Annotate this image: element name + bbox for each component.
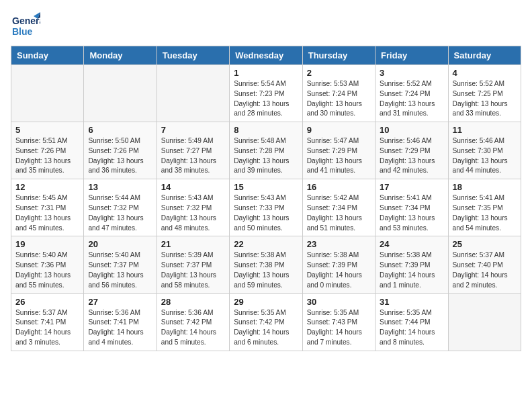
logo: General Blue: [11, 11, 40, 40]
table-row: [157, 65, 229, 122]
table-row: [84, 65, 157, 122]
day-detail: Sunrise: 5:36 AM Sunset: 7:42 PM Dayligh…: [161, 308, 225, 348]
day-detail: Sunrise: 5:38 AM Sunset: 7:39 PM Dayligh…: [307, 250, 371, 290]
day-detail: Sunrise: 5:35 AM Sunset: 7:44 PM Dayligh…: [380, 308, 443, 348]
day-number: 31: [380, 297, 443, 307]
day-detail: Sunrise: 5:39 AM Sunset: 7:37 PM Dayligh…: [161, 250, 225, 290]
day-detail: Sunrise: 5:38 AM Sunset: 7:38 PM Dayligh…: [234, 250, 298, 290]
day-detail: Sunrise: 5:40 AM Sunset: 7:36 PM Dayligh…: [15, 250, 79, 290]
table-row: 15Sunrise: 5:43 AM Sunset: 7:33 PM Dayli…: [230, 179, 302, 236]
day-number: 14: [161, 182, 225, 192]
calendar-body: 1Sunrise: 5:54 AM Sunset: 7:23 PM Daylig…: [11, 65, 521, 351]
day-number: 12: [15, 182, 79, 192]
table-row: 28Sunrise: 5:36 AM Sunset: 7:42 PM Dayli…: [157, 293, 229, 351]
table-row: 25Sunrise: 5:37 AM Sunset: 7:40 PM Dayli…: [448, 236, 521, 293]
table-row: 4Sunrise: 5:52 AM Sunset: 7:25 PM Daylig…: [448, 65, 521, 122]
table-row: 29Sunrise: 5:35 AM Sunset: 7:42 PM Dayli…: [230, 293, 302, 351]
table-row: 10Sunrise: 5:46 AM Sunset: 7:29 PM Dayli…: [375, 122, 448, 179]
table-row: 30Sunrise: 5:35 AM Sunset: 7:43 PM Dayli…: [302, 293, 375, 351]
table-row: 23Sunrise: 5:38 AM Sunset: 7:39 PM Dayli…: [302, 236, 375, 293]
calendar-week-1: 1Sunrise: 5:54 AM Sunset: 7:23 PM Daylig…: [11, 65, 521, 122]
day-number: 17: [380, 182, 443, 192]
day-detail: Sunrise: 5:35 AM Sunset: 7:42 PM Dayligh…: [234, 308, 298, 348]
calendar-header-wednesday: Wednesday: [230, 46, 302, 65]
day-detail: Sunrise: 5:40 AM Sunset: 7:37 PM Dayligh…: [88, 250, 152, 290]
table-row: 17Sunrise: 5:41 AM Sunset: 7:34 PM Dayli…: [375, 179, 448, 236]
day-detail: Sunrise: 5:41 AM Sunset: 7:34 PM Dayligh…: [380, 193, 443, 233]
day-number: 3: [380, 68, 443, 78]
day-number: 9: [307, 125, 371, 135]
day-detail: Sunrise: 5:50 AM Sunset: 7:26 PM Dayligh…: [88, 136, 152, 176]
day-detail: Sunrise: 5:53 AM Sunset: 7:24 PM Dayligh…: [307, 79, 371, 119]
calendar-header-saturday: Saturday: [448, 46, 521, 65]
day-detail: Sunrise: 5:52 AM Sunset: 7:24 PM Dayligh…: [380, 79, 443, 119]
day-detail: Sunrise: 5:54 AM Sunset: 7:23 PM Dayligh…: [234, 79, 298, 119]
day-number: 19: [15, 239, 79, 249]
table-row: 1Sunrise: 5:54 AM Sunset: 7:23 PM Daylig…: [230, 65, 302, 122]
day-detail: Sunrise: 5:41 AM Sunset: 7:35 PM Dayligh…: [453, 193, 517, 233]
table-row: 18Sunrise: 5:41 AM Sunset: 7:35 PM Dayli…: [448, 179, 521, 236]
calendar-header-sunday: Sunday: [11, 46, 84, 65]
calendar-week-3: 12Sunrise: 5:45 AM Sunset: 7:31 PM Dayli…: [11, 179, 521, 236]
day-detail: Sunrise: 5:37 AM Sunset: 7:41 PM Dayligh…: [15, 308, 79, 348]
table-row: 3Sunrise: 5:52 AM Sunset: 7:24 PM Daylig…: [375, 65, 448, 122]
day-number: 10: [380, 125, 443, 135]
table-row: 5Sunrise: 5:51 AM Sunset: 7:26 PM Daylig…: [11, 122, 84, 179]
day-detail: Sunrise: 5:49 AM Sunset: 7:27 PM Dayligh…: [161, 136, 225, 176]
table-row: 6Sunrise: 5:50 AM Sunset: 7:26 PM Daylig…: [84, 122, 157, 179]
day-number: 20: [88, 239, 152, 249]
page-header: General Blue: [11, 11, 521, 40]
day-number: 15: [234, 182, 298, 192]
table-row: [11, 65, 84, 122]
table-row: 21Sunrise: 5:39 AM Sunset: 7:37 PM Dayli…: [157, 236, 229, 293]
table-row: 14Sunrise: 5:43 AM Sunset: 7:32 PM Dayli…: [157, 179, 229, 236]
table-row: 31Sunrise: 5:35 AM Sunset: 7:44 PM Dayli…: [375, 293, 448, 351]
calendar-week-5: 26Sunrise: 5:37 AM Sunset: 7:41 PM Dayli…: [11, 293, 521, 351]
table-row: 12Sunrise: 5:45 AM Sunset: 7:31 PM Dayli…: [11, 179, 84, 236]
svg-text:Blue: Blue: [12, 26, 33, 37]
day-number: 1: [234, 68, 298, 78]
day-detail: Sunrise: 5:51 AM Sunset: 7:26 PM Dayligh…: [15, 136, 79, 176]
day-detail: Sunrise: 5:35 AM Sunset: 7:43 PM Dayligh…: [307, 308, 371, 348]
day-number: 5: [15, 125, 79, 135]
table-row: 22Sunrise: 5:38 AM Sunset: 7:38 PM Dayli…: [230, 236, 302, 293]
table-row: 26Sunrise: 5:37 AM Sunset: 7:41 PM Dayli…: [11, 293, 84, 351]
day-detail: Sunrise: 5:38 AM Sunset: 7:39 PM Dayligh…: [380, 250, 443, 290]
day-number: 24: [380, 239, 443, 249]
day-number: 18: [453, 182, 517, 192]
calendar-table: SundayMondayTuesdayWednesdayThursdayFrid…: [11, 46, 521, 351]
calendar-header-friday: Friday: [375, 46, 448, 65]
day-number: 22: [234, 239, 298, 249]
day-number: 13: [88, 182, 152, 192]
table-row: 13Sunrise: 5:44 AM Sunset: 7:32 PM Dayli…: [84, 179, 157, 236]
day-detail: Sunrise: 5:45 AM Sunset: 7:31 PM Dayligh…: [15, 193, 79, 233]
day-detail: Sunrise: 5:46 AM Sunset: 7:29 PM Dayligh…: [380, 136, 443, 176]
table-row: 19Sunrise: 5:40 AM Sunset: 7:36 PM Dayli…: [11, 236, 84, 293]
day-number: 2: [307, 68, 371, 78]
day-number: 25: [453, 239, 517, 249]
table-row: 7Sunrise: 5:49 AM Sunset: 7:27 PM Daylig…: [157, 122, 229, 179]
day-detail: Sunrise: 5:43 AM Sunset: 7:32 PM Dayligh…: [161, 193, 225, 233]
day-number: 28: [161, 297, 225, 307]
day-number: 16: [307, 182, 371, 192]
day-number: 23: [307, 239, 371, 249]
day-detail: Sunrise: 5:43 AM Sunset: 7:33 PM Dayligh…: [234, 193, 298, 233]
day-detail: Sunrise: 5:52 AM Sunset: 7:25 PM Dayligh…: [453, 79, 517, 119]
day-detail: Sunrise: 5:36 AM Sunset: 7:41 PM Dayligh…: [88, 308, 152, 348]
calendar-header-thursday: Thursday: [302, 46, 375, 65]
table-row: [448, 293, 521, 351]
day-detail: Sunrise: 5:48 AM Sunset: 7:28 PM Dayligh…: [234, 136, 298, 176]
day-detail: Sunrise: 5:37 AM Sunset: 7:40 PM Dayligh…: [453, 250, 517, 290]
day-number: 6: [88, 125, 152, 135]
table-row: 24Sunrise: 5:38 AM Sunset: 7:39 PM Dayli…: [375, 236, 448, 293]
day-number: 21: [161, 239, 225, 249]
calendar-week-2: 5Sunrise: 5:51 AM Sunset: 7:26 PM Daylig…: [11, 122, 521, 179]
day-number: 30: [307, 297, 371, 307]
calendar-header-row: SundayMondayTuesdayWednesdayThursdayFrid…: [11, 46, 521, 65]
table-row: 20Sunrise: 5:40 AM Sunset: 7:37 PM Dayli…: [84, 236, 157, 293]
day-number: 11: [453, 125, 517, 135]
day-number: 29: [234, 297, 298, 307]
day-number: 4: [453, 68, 517, 78]
logo-icon: General Blue: [11, 11, 40, 40]
table-row: 8Sunrise: 5:48 AM Sunset: 7:28 PM Daylig…: [230, 122, 302, 179]
